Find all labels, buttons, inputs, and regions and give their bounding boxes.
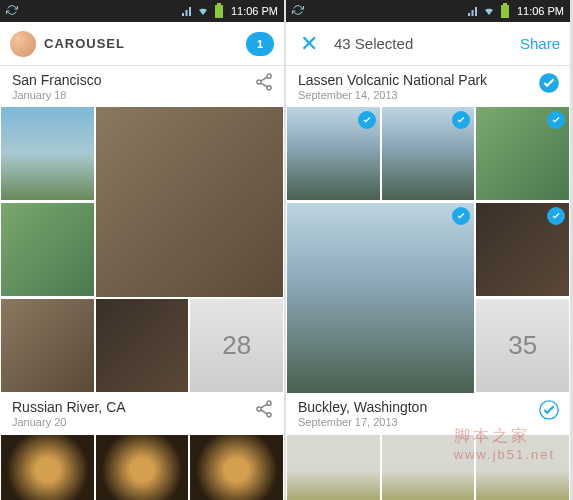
battery-icon [501, 5, 509, 18]
svg-point-7 [267, 413, 271, 417]
share-button[interactable]: Share [520, 35, 560, 52]
svg-line-4 [261, 83, 267, 87]
wifi-icon [197, 5, 209, 17]
close-button[interactable]: ✕ [296, 31, 322, 57]
wifi-icon [483, 5, 495, 17]
check-icon [358, 111, 376, 129]
photo-thumbnail[interactable] [1, 435, 94, 500]
signal-icon [467, 5, 479, 17]
svg-point-2 [267, 86, 271, 90]
messages-badge: 1 [257, 38, 263, 50]
svg-point-5 [267, 401, 271, 405]
section-header: Russian River, CA January 20 [0, 393, 284, 434]
screen-right: 11:06 PM ✕ 43 Selected Share Lassen Volc… [286, 0, 570, 500]
photo-thumbnail[interactable] [382, 107, 475, 200]
section-location: Lassen Volcanic National Park [298, 72, 487, 88]
check-icon [547, 111, 565, 129]
screen-left: 11:06 PM CAROUSEL 1 San Francisco Januar… [0, 0, 284, 500]
battery-icon [215, 5, 223, 18]
more-photos-button[interactable]: 35 [476, 299, 569, 392]
share-icon[interactable] [254, 72, 274, 96]
svg-point-1 [257, 80, 261, 84]
app-title: CAROUSEL [44, 36, 125, 51]
svg-point-6 [257, 407, 261, 411]
watermark: 脚本之家 www.jb51.net [454, 426, 555, 462]
check-icon [547, 207, 565, 225]
photo-thumbnail[interactable] [96, 107, 283, 297]
svg-point-0 [267, 74, 271, 78]
share-icon[interactable] [254, 399, 274, 423]
more-photos-button[interactable]: 28 [190, 299, 283, 392]
section-header: San Francisco January 18 [0, 66, 284, 107]
check-icon [452, 207, 470, 225]
photo-thumbnail[interactable] [476, 107, 569, 200]
photo-thumbnail[interactable] [1, 107, 94, 200]
selection-count: 43 Selected [334, 35, 520, 52]
status-bar: 11:06 PM [0, 0, 284, 22]
avatar[interactable] [10, 31, 36, 57]
section-date: January 18 [12, 89, 101, 101]
section-date: January 20 [12, 416, 126, 428]
section-location: Buckley, Washington [298, 399, 427, 415]
app-header: CAROUSEL 1 [0, 22, 284, 66]
photo-thumbnail[interactable] [287, 203, 474, 393]
status-time: 11:06 PM [517, 5, 564, 17]
section-date: September 17, 2013 [298, 416, 427, 428]
messages-button[interactable]: 1 [246, 32, 274, 56]
selection-header: ✕ 43 Selected Share [286, 22, 570, 66]
sync-icon [292, 4, 304, 18]
photo-thumbnail[interactable] [1, 203, 94, 296]
status-bar: 11:06 PM [286, 0, 570, 22]
more-count: 28 [222, 330, 251, 361]
svg-line-8 [261, 404, 267, 408]
check-icon [452, 111, 470, 129]
section-select-toggle[interactable] [538, 72, 560, 98]
photo-thumbnail[interactable] [96, 435, 189, 500]
photo-thumbnail[interactable] [96, 299, 189, 392]
photo-thumbnail[interactable] [1, 299, 94, 392]
more-count: 35 [508, 330, 537, 361]
sync-icon [6, 4, 18, 18]
section-date: September 14, 2013 [298, 89, 487, 101]
section-header: Lassen Volcanic National Park September … [286, 66, 570, 107]
signal-icon [181, 5, 193, 17]
section-location: Russian River, CA [12, 399, 126, 415]
status-time: 11:06 PM [231, 5, 278, 17]
section-select-toggle[interactable] [538, 399, 560, 425]
svg-line-9 [261, 410, 267, 414]
section-location: San Francisco [12, 72, 101, 88]
svg-line-3 [261, 77, 267, 81]
photo-thumbnail[interactable] [190, 435, 283, 500]
photo-thumbnail[interactable] [287, 435, 380, 500]
photo-thumbnail[interactable] [287, 107, 380, 200]
photo-thumbnail[interactable] [476, 203, 569, 296]
